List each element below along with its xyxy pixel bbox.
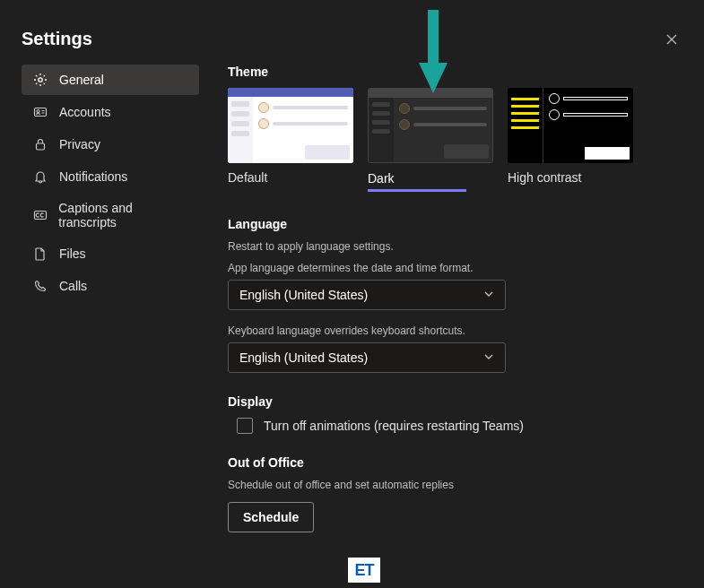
- sidebar-item-calls[interactable]: Calls: [22, 271, 199, 301]
- turn-off-animations-label: Turn off animations (requires restarting…: [264, 419, 524, 433]
- sidebar-item-notifications[interactable]: Notifications: [22, 161, 199, 192]
- language-restart-hint: Restart to apply language settings.: [228, 240, 682, 253]
- keyboard-language-select[interactable]: English (United States): [228, 342, 506, 373]
- sidebar-item-label: Notifications: [59, 169, 127, 184]
- theme-preview-high-contrast: [508, 88, 633, 163]
- close-icon: [665, 32, 679, 47]
- phone-icon: [32, 278, 48, 294]
- keyboard-language-value: English (United States): [239, 350, 368, 365]
- sidebar-item-general[interactable]: General: [22, 65, 199, 95]
- chevron-down-icon: [483, 350, 494, 365]
- out-of-office-description: Schedule out of office and set automatic…: [228, 479, 682, 491]
- theme-section-title: Theme: [228, 65, 682, 79]
- chevron-down-icon: [483, 288, 494, 302]
- theme-option-default[interactable]: Default: [228, 88, 353, 192]
- cc-icon: [32, 207, 48, 223]
- svg-rect-1: [35, 108, 47, 117]
- keyboard-language-label: Keyboard language overrides keyboard sho…: [228, 324, 682, 337]
- sidebar-item-label: Privacy: [59, 137, 100, 151]
- close-button[interactable]: [661, 29, 682, 50]
- app-language-label: App language determines the date and tim…: [228, 262, 682, 274]
- sidebar-item-captions[interactable]: Captions and transcripts: [22, 194, 199, 237]
- theme-preview-dark: [368, 88, 493, 163]
- sidebar-item-privacy[interactable]: Privacy: [22, 129, 199, 160]
- sidebar-item-label: Files: [59, 246, 86, 261]
- page-title: Settings: [22, 29, 92, 49]
- settings-content: Theme Default Dark: [199, 65, 704, 554]
- turn-off-animations-checkbox[interactable]: [237, 418, 253, 434]
- theme-preview-default: [228, 88, 353, 163]
- schedule-button[interactable]: Schedule: [228, 502, 314, 532]
- theme-label: High contrast: [508, 170, 633, 188]
- svg-point-0: [39, 78, 42, 82]
- svg-point-2: [37, 110, 39, 113]
- gear-icon: [32, 72, 48, 88]
- sidebar-item-label: Accounts: [59, 105, 111, 119]
- sidebar-item-label: Calls: [59, 279, 87, 293]
- file-icon: [32, 246, 48, 262]
- lock-icon: [32, 136, 48, 152]
- theme-label: Dark: [368, 171, 466, 192]
- theme-option-high-contrast[interactable]: High contrast: [508, 88, 633, 192]
- language-section-title: Language: [228, 217, 682, 231]
- svg-rect-3: [37, 143, 45, 150]
- sidebar-item-label: Captions and transcripts: [58, 201, 188, 229]
- bell-icon: [32, 169, 48, 185]
- display-section-title: Display: [228, 394, 682, 409]
- watermark-logo: ET: [348, 558, 380, 583]
- id-card-icon: [32, 104, 48, 120]
- settings-sidebar: General Accounts Privacy Notifications C: [22, 65, 199, 554]
- app-language-value: English (United States): [239, 288, 368, 302]
- out-of-office-section-title: Out of Office: [228, 455, 682, 470]
- sidebar-item-files[interactable]: Files: [22, 238, 199, 269]
- app-language-select[interactable]: English (United States): [228, 280, 506, 310]
- sidebar-item-accounts[interactable]: Accounts: [22, 97, 199, 127]
- sidebar-item-label: General: [59, 73, 104, 87]
- theme-label: Default: [228, 170, 353, 188]
- theme-option-dark[interactable]: Dark: [368, 88, 493, 192]
